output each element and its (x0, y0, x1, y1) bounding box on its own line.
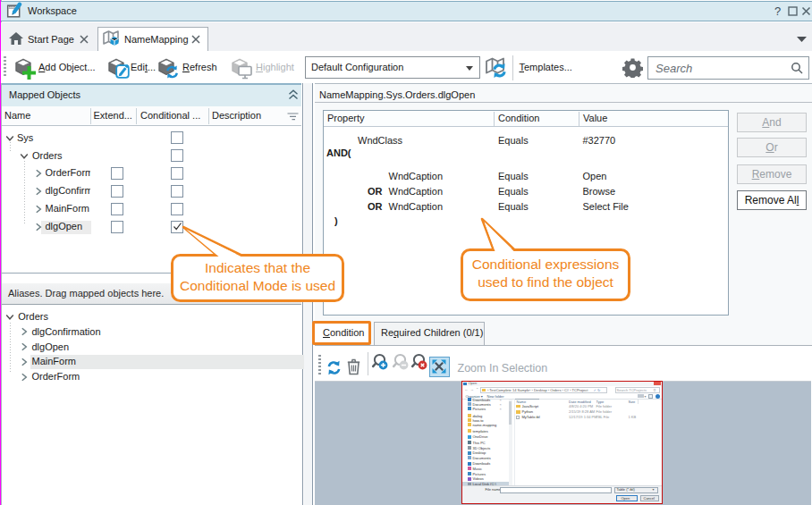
svg-text:Conditional expressions: Conditional expressions (472, 257, 620, 272)
svg-text:Indicates that the: Indicates that the (205, 260, 310, 275)
svg-text:used to find the object: used to find the object (478, 274, 613, 290)
svg-text:Conditional Mode is used: Conditional Mode is used (180, 278, 335, 293)
